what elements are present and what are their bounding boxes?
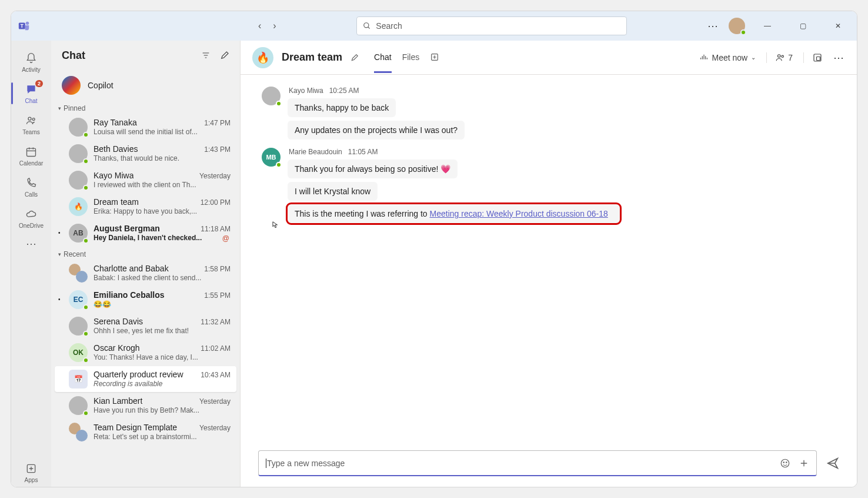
copilot-item[interactable]: Copilot bbox=[51, 70, 240, 101]
rail-chat-label: Chat bbox=[25, 98, 37, 104]
chat-item-name: Kayo Miwa bbox=[94, 171, 133, 180]
chat-item-preview: Hey Daniela, I haven't checked... bbox=[94, 234, 231, 242]
message-time: 10:25 AM bbox=[329, 87, 359, 95]
people-icon bbox=[25, 115, 37, 127]
svg-point-29 bbox=[781, 459, 789, 467]
rail-calls[interactable]: Calls bbox=[11, 172, 51, 201]
cloud-icon bbox=[25, 208, 37, 220]
rail-activity-label: Activity bbox=[22, 67, 41, 73]
emoji-icon[interactable] bbox=[780, 458, 790, 469]
chat-item-preview: Louisa will send the initial list of... bbox=[94, 128, 231, 136]
rail-teams-label: Teams bbox=[22, 129, 39, 135]
avatar bbox=[69, 264, 88, 283]
chat-list-item[interactable]: Charlotte and Babak1:58 PMBabak: I asked… bbox=[55, 260, 236, 286]
add-attachment-icon[interactable] bbox=[799, 458, 809, 469]
rail-activity[interactable]: Activity bbox=[11, 48, 51, 77]
more-icon[interactable]: ⋯ bbox=[833, 51, 845, 64]
rail-more-icon[interactable]: ⋯ bbox=[26, 237, 36, 250]
chat-list-item[interactable]: •ABAugust Bergman11:18 AMHey Daniela, I … bbox=[55, 220, 236, 246]
message-bubble[interactable]: This is the meeting I was referring to M… bbox=[288, 204, 620, 223]
window-minimize-button[interactable]: — bbox=[755, 17, 780, 35]
chat-item-preview: Erika: Happy to have you back,... bbox=[94, 207, 231, 215]
people-icon bbox=[775, 52, 786, 63]
rail-teams[interactable]: Teams bbox=[11, 110, 51, 139]
chat-item-time: 12:00 PM bbox=[201, 198, 231, 207]
chat-item-name: Serena Davis bbox=[94, 317, 143, 326]
new-chat-icon[interactable] bbox=[220, 51, 229, 60]
rail-calendar[interactable]: Calendar bbox=[11, 141, 51, 170]
message-author: Kayo Miwa bbox=[289, 87, 323, 95]
chat-item-time: Yesterday bbox=[199, 397, 231, 406]
calendar-icon bbox=[25, 146, 37, 158]
copilot-label: Copilot bbox=[88, 81, 113, 90]
chat-item-preview: Recording is available bbox=[94, 380, 231, 388]
chat-item-time: 11:02 AM bbox=[201, 344, 231, 353]
tab-files[interactable]: Files bbox=[402, 42, 420, 73]
chat-list-item[interactable]: 🔥Dream team12:00 PMErika: Happy to have … bbox=[55, 194, 236, 220]
message-group: Kayo Miwa10:25 AMThanks, happy to be bac… bbox=[262, 87, 836, 140]
chat-item-preview: Have you run this by Beth? Mak... bbox=[94, 406, 231, 414]
meet-now-button[interactable]: Meet now ⌄ bbox=[699, 53, 756, 62]
section-recent[interactable]: Recent bbox=[51, 247, 240, 260]
message-bubble[interactable]: I will let Krystal know bbox=[288, 182, 378, 201]
current-user-avatar[interactable] bbox=[729, 18, 745, 34]
rail-chat[interactable]: 2 Chat bbox=[11, 79, 51, 108]
tab-chat[interactable]: Chat bbox=[374, 42, 392, 73]
svg-text:T: T bbox=[21, 24, 24, 29]
chat-list-item[interactable]: Team Design TemplateYesterdayReta: Let's… bbox=[55, 419, 236, 445]
chat-list-item[interactable]: OKOscar Krogh11:02 AMYou: Thanks! Have a… bbox=[55, 340, 236, 366]
svg-point-6 bbox=[32, 118, 35, 121]
edit-name-icon[interactable] bbox=[350, 54, 359, 62]
apps-icon bbox=[25, 463, 37, 474]
filter-icon[interactable] bbox=[201, 51, 211, 60]
chat-list-item[interactable]: Kayo MiwaYesterdayI reviewed with the cl… bbox=[55, 167, 236, 193]
message-author: Marie Beaudouin bbox=[289, 148, 342, 156]
svg-point-26 bbox=[782, 55, 783, 57]
chat-list-item[interactable]: Ray Tanaka1:47 PMLouisa will send the in… bbox=[55, 114, 236, 140]
chat-item-name: Kian Lambert bbox=[94, 396, 142, 406]
svg-line-4 bbox=[368, 27, 370, 29]
compose-input[interactable]: Type a new message bbox=[258, 450, 817, 476]
rail-apps[interactable]: Apps bbox=[11, 458, 51, 487]
chat-badge: 2 bbox=[35, 80, 43, 87]
chat-list-item[interactable]: Kian LambertYesterdayHave you run this b… bbox=[55, 393, 236, 419]
svg-point-5 bbox=[28, 117, 31, 120]
chat-item-time: 10:43 AM bbox=[201, 371, 231, 379]
video-icon bbox=[699, 53, 709, 62]
avatar bbox=[69, 317, 88, 336]
chat-item-name: Dream team bbox=[94, 197, 139, 207]
nav-back-icon[interactable]: ‹ bbox=[258, 21, 261, 31]
more-options-icon[interactable]: ⋯ bbox=[707, 19, 719, 32]
meeting-recap-link[interactable]: Meeting recap: Weekly Product discussion… bbox=[430, 209, 608, 218]
add-tab-button[interactable] bbox=[430, 42, 439, 73]
send-button[interactable] bbox=[826, 457, 839, 470]
message-avatar bbox=[262, 87, 281, 105]
search-input[interactable]: Search bbox=[356, 16, 627, 35]
message-bubble[interactable]: Thanks, happy to be back bbox=[288, 98, 396, 117]
search-placeholder: Search bbox=[376, 21, 402, 31]
svg-point-25 bbox=[778, 54, 781, 57]
chat-header: 🔥 Dream team Chat Files Meet now ⌄ bbox=[241, 41, 857, 75]
window-maximize-button[interactable]: ▢ bbox=[790, 17, 816, 35]
chat-list-item[interactable]: 📅Quarterly product review10:43 AMRecordi… bbox=[55, 366, 236, 392]
message-bubble[interactable]: Any updates on the projects while I was … bbox=[288, 121, 465, 140]
chat-item-name: Beth Davies bbox=[94, 144, 138, 154]
chat-item-preview: Thanks, that would be nice. bbox=[94, 154, 231, 162]
section-pinned[interactable]: Pinned bbox=[51, 101, 240, 114]
rail-onedrive[interactable]: OneDrive bbox=[11, 204, 51, 233]
chat-item-time: 1:55 PM bbox=[204, 291, 231, 300]
open-external-button[interactable] bbox=[803, 52, 823, 63]
message-time: 11:05 AM bbox=[348, 148, 378, 156]
svg-rect-7 bbox=[27, 148, 36, 156]
chat-list-item[interactable]: •ECEmiliano Ceballos1:55 PM😂😂 bbox=[55, 287, 236, 313]
window-close-button[interactable]: ✕ bbox=[825, 17, 851, 35]
chat-list-header: Chat bbox=[51, 41, 240, 70]
participants-button[interactable]: 7 bbox=[766, 52, 793, 63]
chat-list-item[interactable]: Beth Davies1:43 PMThanks, that would be … bbox=[55, 141, 236, 167]
chat-item-preview: Reta: Let's set up a brainstormi... bbox=[94, 433, 231, 441]
popout-icon bbox=[812, 52, 823, 63]
message-bubble[interactable]: Thank you for always being so positive! … bbox=[288, 160, 458, 178]
chat-list-item[interactable]: Serena Davis11:32 AMOhhh I see, yes let … bbox=[55, 313, 236, 339]
rail-calendar-label: Calendar bbox=[19, 160, 44, 167]
mention-icon: @ bbox=[222, 234, 229, 243]
